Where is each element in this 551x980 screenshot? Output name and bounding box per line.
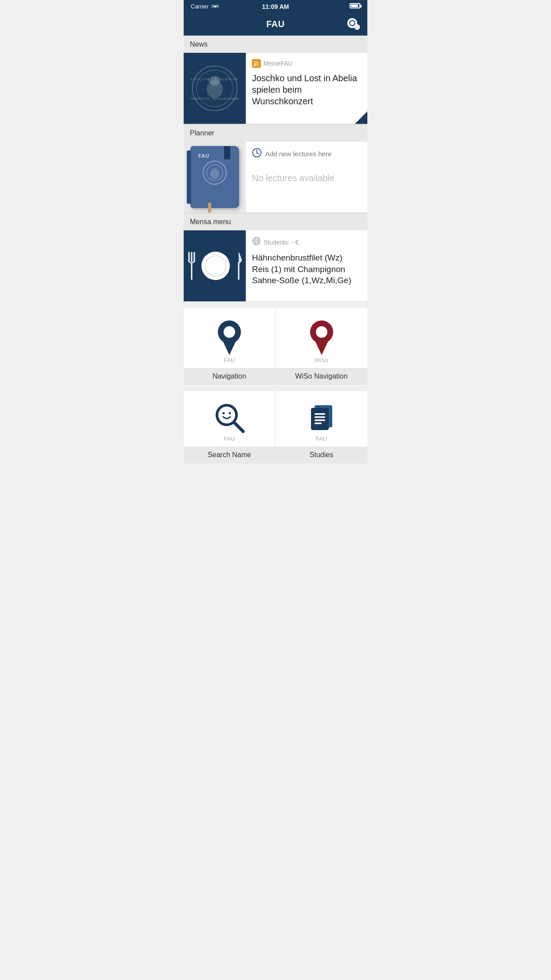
time-label: 11:09 AM	[262, 3, 289, 10]
nav-grid: FAU Navigation WiSo WiSo Navigation	[184, 308, 367, 385]
mensa-item[interactable]: Students: - € Hähnchenbrustfilet (Wz) Re…	[184, 230, 367, 302]
news-section-header: News	[184, 36, 367, 53]
svg-rect-3	[350, 26, 354, 28]
svg-point-22	[208, 76, 221, 84]
svg-rect-12	[357, 24, 358, 26]
corner-decoration	[355, 111, 367, 124]
news-source: MeineFAU	[252, 59, 361, 68]
planner-image: FAU	[184, 142, 246, 213]
svg-rect-2	[350, 18, 354, 20]
news-item[interactable]: SIGILLVM · ACADEMIAE FRIDERICO · ALEXAND…	[184, 53, 367, 124]
svg-rect-55	[315, 423, 322, 424]
nav-label: Navigation	[184, 368, 275, 385]
wiso-navigation-button[interactable]: WiSo WiSo Navigation	[276, 308, 367, 385]
news-title: Joschko und Lost in Abelia spielen beim …	[252, 72, 361, 107]
clock-icon	[252, 148, 262, 160]
wiso-label: WiSo Navigation	[276, 368, 367, 385]
wifi-icon	[211, 3, 219, 10]
svg-line-49	[234, 423, 243, 431]
planner-content: Add new lectures here No lectures availa…	[246, 142, 367, 213]
svg-rect-53	[315, 416, 325, 418]
svg-point-26	[210, 168, 219, 179]
svg-point-41	[224, 326, 235, 338]
svg-point-23	[254, 64, 256, 66]
planner-item[interactable]: FAU	[184, 142, 367, 213]
search-icon-area: FAU	[209, 391, 250, 447]
search-sublabel: FAU	[224, 435, 235, 442]
svg-marker-45	[315, 342, 328, 355]
svg-rect-14	[354, 26, 356, 28]
status-left: Carrier	[191, 3, 219, 10]
navigation-button[interactable]: FAU Navigation	[184, 308, 276, 385]
studies-icon-area: FAU	[301, 391, 342, 447]
svg-rect-4	[347, 21, 349, 25]
wiso-nav-sublabel: WiSo	[315, 357, 328, 364]
search-label: Search Name	[184, 447, 275, 463]
svg-point-48	[229, 412, 231, 415]
app-title: FAU	[266, 19, 285, 29]
mensa-section-header: Mensa menu	[184, 213, 367, 230]
fau-nav-icon-area: FAU	[211, 308, 248, 368]
news-content: MeineFAU Joschko und Lost in Abelia spie…	[246, 53, 367, 124]
svg-line-29	[257, 153, 259, 154]
svg-marker-42	[223, 342, 236, 355]
mensa-price: Students: - €	[252, 237, 361, 248]
mensa-image	[184, 230, 246, 301]
rss-icon	[252, 59, 261, 68]
carrier-label: Carrier	[191, 3, 209, 10]
status-bar: Carrier 11:09 AM	[184, 0, 367, 13]
svg-point-47	[223, 412, 225, 415]
studies-button[interactable]: FAU Studies	[276, 391, 367, 463]
separator	[184, 302, 367, 308]
wiso-nav-icon-area: WiSo	[303, 308, 340, 368]
food-icon	[186, 250, 243, 281]
svg-rect-13	[357, 28, 358, 30]
svg-rect-15	[358, 26, 360, 28]
svg-rect-54	[315, 419, 325, 421]
mensa-title: Hähnchenbrustfilet (Wz) Reis (1) mit Cha…	[252, 252, 361, 286]
svg-rect-52	[315, 413, 325, 415]
app-header: FAU	[184, 13, 367, 36]
planner-add-label: Add new lectures here	[252, 148, 361, 160]
svg-rect-51	[311, 408, 329, 430]
bottom-grid: FAU Search Name FAU Studies	[184, 391, 367, 463]
svg-point-0	[350, 21, 354, 25]
fau-nav-sublabel: FAU	[224, 357, 235, 364]
separator2	[184, 385, 367, 391]
studies-label: Studies	[276, 447, 367, 463]
studies-sublabel: FAU	[316, 435, 327, 442]
search-name-button[interactable]: FAU Search Name	[184, 391, 276, 463]
settings-button[interactable]	[345, 16, 361, 33]
battery-indicator	[350, 3, 360, 10]
mensa-content: Students: - € Hähnchenbrustfilet (Wz) Re…	[246, 230, 367, 301]
planner-section-header: Planner	[184, 124, 367, 142]
news-image: SIGILLVM · ACADEMIAE FRIDERICO · ALEXAND…	[184, 53, 246, 124]
svg-point-44	[316, 326, 327, 338]
globe-icon	[252, 237, 261, 248]
no-lectures-label: No lectures available	[252, 169, 361, 183]
svg-point-10	[356, 26, 358, 28]
